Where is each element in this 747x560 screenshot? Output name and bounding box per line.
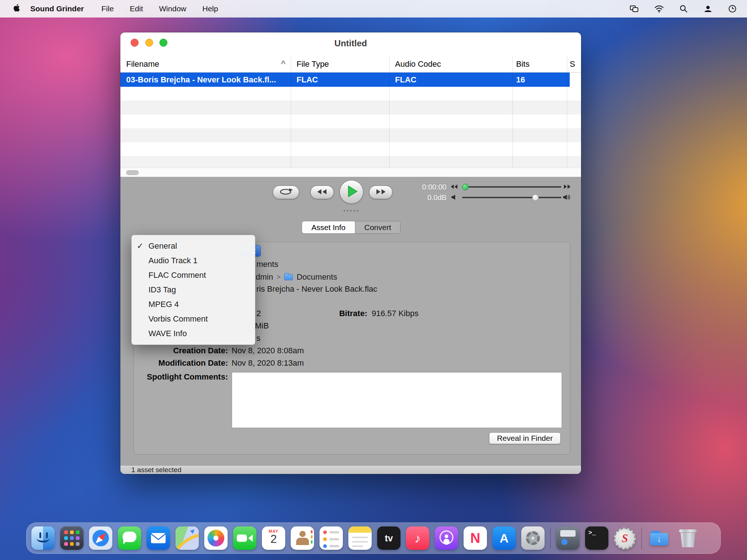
fast-forward-button[interactable] [369,186,392,199]
scrollbar-thumb[interactable] [126,170,139,175]
dock-safari-icon[interactable] [89,526,112,550]
play-button[interactable] [340,180,363,204]
dock-notes-icon[interactable] [348,526,372,550]
sort-asc-icon[interactable]: ^ [281,59,286,69]
photos-pinwheel-icon [208,530,224,547]
dock-music-icon[interactable]: ♪ [406,526,429,550]
dock-appstore-icon[interactable]: A [492,526,516,550]
dock-finder-icon[interactable] [31,526,55,550]
menu-item-label: General [148,241,177,250]
selection-count: 1 asset selected [131,466,181,474]
tab-asset-info[interactable]: Asset Info [302,221,355,233]
menu-bar-status [630,4,747,13]
dock-news-icon[interactable]: N [464,526,487,550]
volume-display: 0.0dB [398,194,446,202]
volume-max-icon[interactable] [563,194,572,200]
creation-date-value: Nov 8, 2020 8:08am [232,346,304,356]
dock-contacts-icon[interactable] [291,526,314,550]
reveal-in-finder-button[interactable]: Reveal in Finder [489,432,561,444]
dock-unknown-app-icon[interactable] [556,526,580,550]
column-filename[interactable]: Filename [126,59,159,69]
column-audio-codec[interactable]: Audio Codec [395,59,441,69]
menu-item-audio-track-1[interactable]: Audio Track 1 [132,253,255,268]
breadcrumb-folder[interactable]: Documents [297,272,337,282]
skip-end-icon[interactable] [564,184,571,189]
appstore-glyph: A [500,531,509,545]
dock-appletv-icon[interactable]: tv [377,526,400,550]
column-divider [389,73,390,168]
wifi-icon[interactable] [654,5,664,13]
column-sample-rate-clipped[interactable]: S [570,59,575,69]
user-icon[interactable] [703,4,713,13]
menu-item-id3-tag[interactable]: ID3 Tag [132,283,255,297]
dock-calendar-icon[interactable]: MAY 2 [262,526,285,550]
dock-launchpad-icon[interactable] [60,526,84,550]
dock-facetime-icon[interactable] [233,526,256,550]
video-camera-lens [248,534,253,542]
cell-file-type: FLAC [297,75,318,85]
menu-item-wave-info[interactable]: WAVE Info [132,326,255,341]
dock-trash-icon[interactable] [676,526,700,550]
gear-icon [526,531,540,545]
time-slider-knob[interactable] [462,184,469,190]
apple-logo-icon [12,3,20,14]
volume-min-icon[interactable] [451,194,457,200]
envelope-icon [147,526,170,550]
time-slider[interactable] [462,186,561,188]
dock-reminders-icon[interactable] [320,526,343,550]
column-bits[interactable]: Bits [516,59,530,69]
empty-row [120,101,581,114]
empty-row [120,156,581,168]
menu-item-flac-comment[interactable]: FLAC Comment [132,268,255,283]
dock-podcasts-icon[interactable] [435,526,458,550]
obscured-text-fragment: ments [256,259,278,269]
spotlight-icon[interactable] [679,4,688,13]
spotlight-comments-input[interactable] [232,372,562,428]
menu-item-general[interactable]: ✓ General [132,239,255,253]
volume-slider[interactable] [462,197,561,198]
dock-maps-icon[interactable] [175,526,199,550]
selected-file-row[interactable]: 03-Boris Brejcha - Never Look Back.fl...… [120,73,570,87]
divider-handle[interactable] [344,210,358,211]
tab-convert[interactable]: Convert [355,221,400,233]
app-window-shape [560,530,576,537]
menu-item-mpeg-4[interactable]: MPEG 4 [132,297,255,312]
clock-icon[interactable] [728,4,737,13]
dock-messages-icon[interactable] [118,526,141,550]
column-file-type[interactable]: File Type [297,59,329,69]
menu-file[interactable]: File [101,4,114,13]
contacts-tab [311,535,313,538]
modification-date-label: Modification Date: [134,358,228,368]
app-menu-title[interactable]: Sound Grinder [30,4,84,13]
menu-item-label: WAVE Info [148,329,187,338]
horizontal-scrollbar[interactable] [120,168,581,177]
displays-icon[interactable] [630,4,639,13]
column-divider [291,73,291,168]
dock-sound-grinder-icon[interactable]: S [614,528,636,549]
duration-fragment: 2 [256,308,261,319]
dock-mail-icon[interactable] [147,526,170,550]
trash-body [680,533,696,547]
menu-item-vorbis-comment[interactable]: Vorbis Comment [132,312,255,326]
rewind-button[interactable] [310,186,334,199]
dock-system-preferences-icon[interactable] [521,526,545,550]
menu-edit[interactable]: Edit [130,4,143,13]
breadcrumb-user-fragment[interactable]: dmin [256,272,273,282]
volume-slider-knob[interactable] [532,194,539,201]
loop-button[interactable] [273,186,299,199]
status-bar: 1 asset selected [120,465,581,474]
skip-start-icon[interactable] [450,184,458,189]
menu-help[interactable]: Help [202,4,218,13]
contacts-tab [311,530,313,533]
apple-menu[interactable] [12,3,20,14]
dock-separator [641,527,642,549]
podcast-person-icon [444,539,449,545]
menu-item-label: MPEG 4 [148,300,179,309]
tv-glyph: tv [385,533,393,544]
desktop: Sound Grinder File Edit Window Help [0,0,747,560]
title-bar: Untitled [120,32,581,56]
dock-downloads-icon[interactable]: ↓ [647,526,671,550]
dock-terminal-icon[interactable]: >_ [585,526,608,550]
menu-window[interactable]: Window [159,4,186,13]
dock-photos-icon[interactable] [204,526,228,550]
